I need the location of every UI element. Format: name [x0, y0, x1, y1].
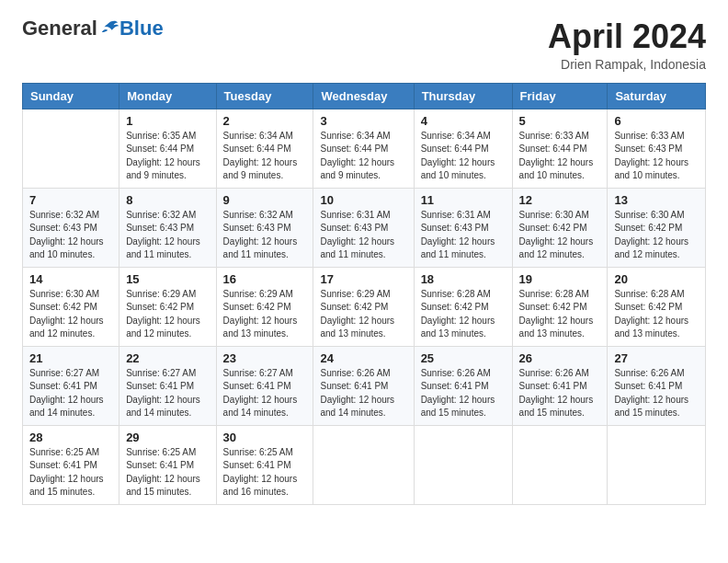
cell-info: Sunrise: 6:31 AMSunset: 6:43 PMDaylight:… [421, 209, 506, 262]
logo-bird-icon [99, 18, 119, 39]
cell-info: Sunrise: 6:25 AMSunset: 6:41 PMDaylight:… [29, 446, 112, 500]
day-number: 18 [421, 272, 506, 286]
day-number: 15 [126, 272, 209, 286]
calendar-cell: 7Sunrise: 6:32 AMSunset: 6:43 PMDaylight… [23, 188, 119, 267]
day-number: 16 [223, 272, 307, 286]
day-number: 21 [29, 351, 112, 365]
cell-info: Sunrise: 6:29 AMSunset: 6:42 PMDaylight:… [223, 288, 307, 341]
day-number: 23 [223, 351, 307, 365]
calendar-cell: 16Sunrise: 6:29 AMSunset: 6:42 PMDayligh… [216, 267, 313, 346]
calendar-cell: 8Sunrise: 6:32 AMSunset: 6:43 PMDaylight… [119, 188, 216, 267]
weekday-header-monday: Monday [119, 83, 216, 109]
day-number: 7 [29, 193, 112, 207]
day-number: 6 [614, 114, 699, 128]
calendar-cell: 14Sunrise: 6:30 AMSunset: 6:42 PMDayligh… [23, 267, 119, 346]
calendar-cell: 24Sunrise: 6:26 AMSunset: 6:41 PMDayligh… [313, 346, 414, 425]
cell-info: Sunrise: 6:30 AMSunset: 6:42 PMDaylight:… [29, 288, 112, 341]
day-number: 5 [519, 114, 601, 128]
weekday-header-row: SundayMondayTuesdayWednesdayThursdayFrid… [23, 83, 706, 109]
day-number: 2 [223, 114, 307, 128]
calendar-cell [23, 109, 119, 188]
day-number: 22 [126, 351, 209, 365]
cell-info: Sunrise: 6:32 AMSunset: 6:43 PMDaylight:… [223, 209, 307, 262]
cell-info: Sunrise: 6:27 AMSunset: 6:41 PMDaylight:… [29, 367, 112, 420]
calendar-cell: 28Sunrise: 6:25 AMSunset: 6:41 PMDayligh… [23, 425, 119, 504]
calendar-cell: 23Sunrise: 6:27 AMSunset: 6:41 PMDayligh… [216, 346, 313, 425]
calendar-cell: 21Sunrise: 6:27 AMSunset: 6:41 PMDayligh… [23, 346, 119, 425]
weekday-header-sunday: Sunday [23, 83, 119, 109]
day-number: 10 [320, 193, 406, 207]
day-number: 29 [126, 431, 209, 444]
day-number: 17 [320, 272, 406, 286]
cell-info: Sunrise: 6:33 AMSunset: 6:44 PMDaylight:… [519, 130, 601, 183]
calendar-cell: 15Sunrise: 6:29 AMSunset: 6:42 PMDayligh… [119, 267, 216, 346]
cell-info: Sunrise: 6:30 AMSunset: 6:42 PMDaylight:… [519, 209, 601, 262]
logo-blue-text: Blue [119, 18, 164, 39]
cell-info: Sunrise: 6:28 AMSunset: 6:42 PMDaylight:… [519, 288, 601, 341]
cell-info: Sunrise: 6:26 AMSunset: 6:41 PMDaylight:… [519, 367, 601, 420]
weekday-header-thursday: Thursday [414, 83, 512, 109]
cell-info: Sunrise: 6:26 AMSunset: 6:41 PMDaylight:… [421, 367, 506, 420]
day-number: 12 [519, 193, 601, 207]
weekday-header-saturday: Saturday [608, 83, 706, 109]
day-number: 13 [614, 193, 699, 207]
calendar-cell: 17Sunrise: 6:29 AMSunset: 6:42 PMDayligh… [313, 267, 414, 346]
cell-info: Sunrise: 6:31 AMSunset: 6:43 PMDaylight:… [320, 209, 406, 262]
calendar-cell: 12Sunrise: 6:30 AMSunset: 6:42 PMDayligh… [512, 188, 608, 267]
day-number: 3 [320, 114, 406, 128]
calendar-table: SundayMondayTuesdayWednesdayThursdayFrid… [22, 83, 706, 505]
calendar-cell: 11Sunrise: 6:31 AMSunset: 6:43 PMDayligh… [414, 188, 512, 267]
calendar-cell: 5Sunrise: 6:33 AMSunset: 6:44 PMDaylight… [512, 109, 608, 188]
calendar-week-row: 21Sunrise: 6:27 AMSunset: 6:41 PMDayligh… [23, 346, 706, 425]
day-number: 19 [519, 272, 601, 286]
location-subtitle: Drien Rampak, Indonesia [548, 57, 706, 72]
day-number: 30 [223, 431, 307, 444]
cell-info: Sunrise: 6:27 AMSunset: 6:41 PMDaylight:… [126, 367, 209, 420]
cell-info: Sunrise: 6:35 AMSunset: 6:44 PMDaylight:… [126, 130, 209, 183]
cell-info: Sunrise: 6:32 AMSunset: 6:43 PMDaylight:… [29, 209, 112, 262]
logo: General Blue [22, 18, 164, 39]
calendar-cell: 4Sunrise: 6:34 AMSunset: 6:44 PMDaylight… [414, 109, 512, 188]
day-number: 9 [223, 193, 307, 207]
cell-info: Sunrise: 6:28 AMSunset: 6:42 PMDaylight:… [421, 288, 506, 341]
day-number: 26 [519, 351, 601, 365]
cell-info: Sunrise: 6:34 AMSunset: 6:44 PMDaylight:… [320, 130, 406, 183]
cell-info: Sunrise: 6:33 AMSunset: 6:43 PMDaylight:… [614, 130, 699, 183]
title-area: April 2024 Drien Rampak, Indonesia [548, 18, 706, 72]
calendar-cell: 3Sunrise: 6:34 AMSunset: 6:44 PMDaylight… [313, 109, 414, 188]
weekday-header-wednesday: Wednesday [313, 83, 414, 109]
cell-info: Sunrise: 6:32 AMSunset: 6:43 PMDaylight:… [126, 209, 209, 262]
cell-info: Sunrise: 6:27 AMSunset: 6:41 PMDaylight:… [223, 367, 307, 420]
calendar-cell: 27Sunrise: 6:26 AMSunset: 6:41 PMDayligh… [608, 346, 706, 425]
cell-info: Sunrise: 6:29 AMSunset: 6:42 PMDaylight:… [126, 288, 209, 341]
cell-info: Sunrise: 6:30 AMSunset: 6:42 PMDaylight:… [614, 209, 699, 262]
cell-info: Sunrise: 6:26 AMSunset: 6:41 PMDaylight:… [614, 367, 699, 420]
cell-info: Sunrise: 6:25 AMSunset: 6:41 PMDaylight:… [223, 446, 307, 500]
calendar-week-row: 14Sunrise: 6:30 AMSunset: 6:42 PMDayligh… [23, 267, 706, 346]
calendar-week-row: 28Sunrise: 6:25 AMSunset: 6:41 PMDayligh… [23, 425, 706, 504]
day-number: 14 [29, 272, 112, 286]
calendar-cell: 6Sunrise: 6:33 AMSunset: 6:43 PMDaylight… [608, 109, 706, 188]
calendar-cell [512, 425, 608, 504]
calendar-cell: 22Sunrise: 6:27 AMSunset: 6:41 PMDayligh… [119, 346, 216, 425]
day-number: 24 [320, 351, 406, 365]
calendar-week-row: 7Sunrise: 6:32 AMSunset: 6:43 PMDaylight… [23, 188, 706, 267]
day-number: 8 [126, 193, 209, 207]
day-number: 4 [421, 114, 506, 128]
cell-info: Sunrise: 6:29 AMSunset: 6:42 PMDaylight:… [320, 288, 406, 341]
day-number: 27 [614, 351, 699, 365]
calendar-cell: 1Sunrise: 6:35 AMSunset: 6:44 PMDaylight… [119, 109, 216, 188]
calendar-cell: 26Sunrise: 6:26 AMSunset: 6:41 PMDayligh… [512, 346, 608, 425]
calendar-cell: 9Sunrise: 6:32 AMSunset: 6:43 PMDaylight… [216, 188, 313, 267]
cell-info: Sunrise: 6:28 AMSunset: 6:42 PMDaylight:… [614, 288, 699, 341]
calendar-cell: 13Sunrise: 6:30 AMSunset: 6:42 PMDayligh… [608, 188, 706, 267]
calendar-cell: 2Sunrise: 6:34 AMSunset: 6:44 PMDaylight… [216, 109, 313, 188]
cell-info: Sunrise: 6:34 AMSunset: 6:44 PMDaylight:… [223, 130, 307, 183]
calendar-cell: 20Sunrise: 6:28 AMSunset: 6:42 PMDayligh… [608, 267, 706, 346]
day-number: 20 [614, 272, 699, 286]
weekday-header-friday: Friday [512, 83, 608, 109]
calendar-cell: 29Sunrise: 6:25 AMSunset: 6:41 PMDayligh… [119, 425, 216, 504]
cell-info: Sunrise: 6:26 AMSunset: 6:41 PMDaylight:… [320, 367, 406, 420]
day-number: 1 [126, 114, 209, 128]
day-number: 11 [421, 193, 506, 207]
